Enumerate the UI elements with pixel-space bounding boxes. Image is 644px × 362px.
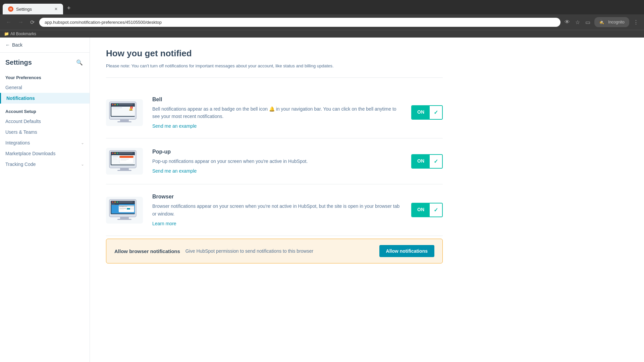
bell-notif-title: Bell <box>152 97 402 103</box>
svg-point-38 <box>114 201 116 203</box>
svg-point-22 <box>117 153 118 154</box>
sidebar-item-general-label: General <box>5 85 22 90</box>
browser-notification-card: hubspot.com Browser Browser notification… <box>106 184 443 236</box>
svg-rect-45 <box>119 208 126 209</box>
allow-bar-description: Give HubSpot permission to send notifica… <box>185 248 374 254</box>
browser-toolbar: ← → ⟳ 👁 ☆ ▭ 🕵 Incognito ⋮ <box>0 14 644 30</box>
allow-bar-title: Allow browser notifications <box>114 248 180 254</box>
incognito-label: Incognito <box>607 18 626 26</box>
svg-rect-27 <box>120 159 129 160</box>
allow-notifications-button[interactable]: Allow notifications <box>379 245 434 257</box>
reload-button[interactable]: ⟳ <box>28 18 37 27</box>
toolbar-right: 👁 ☆ ▭ 🕵 Incognito ⋮ <box>563 17 640 27</box>
svg-rect-8 <box>119 104 133 105</box>
popup-notif-link[interactable]: Send me an example <box>152 168 197 174</box>
sidebar-item-users-teams[interactable]: Users & Teams <box>0 127 90 137</box>
sidebar-item-integrations-label: Integrations <box>5 140 30 145</box>
svg-rect-2 <box>120 119 129 121</box>
expand-tracking-code-icon: ⌄ <box>81 162 84 167</box>
bookmarks-label[interactable]: All Bookmarks <box>10 32 36 36</box>
sidebar-item-notifications-label: Notifications <box>6 96 35 101</box>
back-label: Back <box>12 42 22 48</box>
eye-icon: 👁 <box>563 18 571 26</box>
menu-icon[interactable]: ⋮ <box>632 18 640 27</box>
svg-rect-30 <box>113 158 117 159</box>
new-tab-button[interactable]: + <box>63 2 75 14</box>
svg-rect-35 <box>117 219 131 220</box>
content-inner: How you get notified Please note: You ca… <box>90 38 459 274</box>
bell-toggle-on-label: ON <box>412 106 430 119</box>
sidebar-header: Settings 🔍 <box>0 53 90 70</box>
svg-rect-29 <box>113 156 118 157</box>
sidebar-item-general[interactable]: General <box>0 82 90 93</box>
svg-rect-26 <box>119 156 133 158</box>
split-screen-icon[interactable]: ▭ <box>584 18 592 27</box>
popup-notif-title: Pop-up <box>152 149 402 155</box>
address-bar[interactable] <box>39 18 560 27</box>
svg-rect-50 <box>111 203 115 205</box>
sidebar-item-tracking-code-label: Tracking Code <box>5 162 36 167</box>
svg-text:3: 3 <box>131 107 132 109</box>
browser-toggle-check: ✓ <box>430 203 442 217</box>
back-nav-button[interactable]: ← <box>4 18 13 26</box>
popup-illustration <box>106 148 143 175</box>
forward-nav-button[interactable]: → <box>16 18 25 26</box>
svg-rect-23 <box>119 152 133 154</box>
main-content: How you get notified Please note: You ca… <box>90 38 644 362</box>
tab-favicon: H <box>8 6 13 12</box>
bell-notification-card: 🔔 3 Bell Bell notifications appear as a … <box>106 87 443 139</box>
svg-point-21 <box>114 153 116 154</box>
svg-rect-28 <box>120 160 126 161</box>
popup-notif-content: Pop-up Pop-up notifications appear on yo… <box>152 149 402 174</box>
svg-point-39 <box>117 201 118 203</box>
svg-rect-3 <box>117 121 131 122</box>
svg-rect-46 <box>119 209 124 210</box>
star-icon[interactable]: ☆ <box>574 18 581 27</box>
svg-rect-48 <box>130 208 134 209</box>
incognito-badge: 🕵 Incognito <box>594 17 629 27</box>
incognito-icon: 🕵 <box>598 18 605 26</box>
sidebar-search-button[interactable]: 🔍 <box>75 58 84 67</box>
bell-notif-content: Bell Bell notifications appear as a red … <box>152 97 402 129</box>
sidebar-item-account-defaults-label: Account Defaults <box>5 119 41 124</box>
sidebar-item-marketplace-downloads-label: Marketplace Downloads <box>5 151 55 156</box>
bell-notif-link[interactable]: Send me an example <box>152 123 197 129</box>
popup-notif-desc: Pop-up notifications appear on your scre… <box>152 158 402 165</box>
sidebar-item-marketplace-downloads[interactable]: Marketplace Downloads <box>0 148 90 159</box>
popup-toggle-check: ✓ <box>430 155 442 168</box>
sidebar-item-users-teams-label: Users & Teams <box>5 129 37 135</box>
popup-toggle-on-label: ON <box>412 155 430 168</box>
tab-close-button[interactable]: ✕ <box>54 7 58 11</box>
expand-integrations-icon: ⌄ <box>81 140 84 145</box>
bell-toggle[interactable]: ON ✓ <box>411 105 443 120</box>
svg-rect-34 <box>120 217 129 219</box>
app-container: ← Back Settings 🔍 Your Preferences Gener… <box>0 38 644 362</box>
browser-chrome: H Settings ✕ + ← → ⟳ 👁 ☆ ▭ 🕵 Incognito ⋮… <box>0 0 644 38</box>
svg-rect-40 <box>119 201 133 203</box>
browser-illustration: hubspot.com <box>106 197 143 224</box>
sidebar-item-integrations[interactable]: Integrations ⌄ <box>0 137 90 148</box>
back-button[interactable]: ← Back <box>0 38 90 53</box>
browser-tab-settings[interactable]: H Settings ✕ <box>3 4 63 14</box>
browser-toggle-on-label: ON <box>412 203 430 217</box>
popup-notification-card: Pop-up Pop-up notifications appear on yo… <box>106 138 443 184</box>
page-title: How you get notified <box>106 48 443 59</box>
svg-rect-11 <box>112 109 119 110</box>
sidebar-item-notifications[interactable]: Notifications <box>0 93 90 104</box>
allow-browser-notifications-bar: Allow browser notifications Give HubSpot… <box>106 239 443 263</box>
sidebar-item-tracking-code[interactable]: Tracking Code ⌄ <box>0 159 90 170</box>
svg-rect-10 <box>112 107 122 108</box>
sidebar-item-account-defaults[interactable]: Account Defaults <box>0 116 90 127</box>
browser-toggle[interactable]: ON ✓ <box>411 203 443 217</box>
svg-rect-47 <box>127 208 130 209</box>
svg-rect-17 <box>120 168 129 170</box>
bookmarks-bar: 📁 All Bookmarks <box>0 30 644 38</box>
svg-text:hubspot.com: hubspot.com <box>119 205 127 207</box>
page-note: Please note: You can't turn off notifica… <box>106 63 443 78</box>
browser-notif-link[interactable]: Learn more <box>152 221 176 226</box>
svg-point-20 <box>112 153 113 154</box>
section-label-account-setup: Account Setup <box>0 104 90 116</box>
popup-toggle[interactable]: ON ✓ <box>411 154 443 169</box>
bell-illustration: 🔔 3 <box>106 99 143 126</box>
browser-tabs: H Settings ✕ + <box>0 0 644 14</box>
